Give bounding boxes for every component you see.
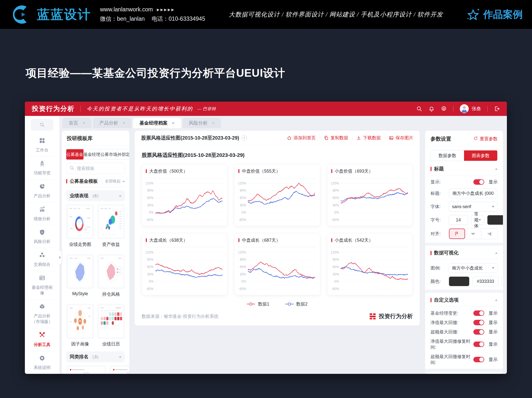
template-search-input[interactable]: 搜索模板 — [66, 163, 125, 174]
template-thumbnail-donut-thumb[interactable] — [66, 204, 94, 239]
sidebar-item-分析工具[interactable]: 分析工具 — [28, 328, 56, 351]
sidebar-item-功能导览[interactable]: 功能导览 — [28, 156, 56, 179]
toggle-label: 超额最大回撤修复时间: — [431, 354, 470, 365]
template-thumbnail-bubble-thumb[interactable] — [97, 204, 125, 239]
lanlan-logo-icon — [9, 4, 33, 25]
close-icon[interactable]: × — [172, 121, 175, 126]
sidebar-item-绩效分析[interactable]: 绩效分析 — [28, 202, 56, 225]
line-chart: 120%90%60%30%0%-60% — [330, 245, 410, 294]
chevron-down-icon — [492, 267, 494, 269]
color-hex-field[interactable]: #333333 — [472, 276, 499, 286]
close-icon[interactable]: × — [212, 121, 215, 126]
sidebar-item-产品分析（市场版）[interactable]: 产品分析（市场版） — [28, 299, 56, 328]
params-tab[interactable]: 数据参数 — [431, 150, 464, 161]
caret-up-icon[interactable] — [495, 168, 498, 170]
cases-label: 作品案例 — [483, 8, 523, 21]
template-group-header[interactable]: 业绩表现（6） — [66, 190, 125, 201]
bell-icon[interactable] — [429, 106, 434, 112]
download-icon — [356, 136, 361, 140]
align-left-button[interactable] — [449, 229, 465, 239]
collapse-handle[interactable] — [57, 250, 62, 265]
search-icon[interactable] — [416, 106, 422, 112]
reset-params-button[interactable]: 重置参数 — [473, 136, 498, 142]
caret-up-icon[interactable] — [495, 299, 498, 301]
logout-icon[interactable] — [494, 106, 500, 112]
chart-title-input[interactable] — [452, 191, 494, 196]
library-tab[interactable]: 基金经理 — [83, 149, 100, 160]
library-tab[interactable]: 公募基金 — [66, 149, 83, 160]
toggle-switch[interactable] — [473, 310, 484, 316]
svg-text:120%: 120% — [331, 181, 339, 185]
align-right-button[interactable] — [481, 229, 497, 239]
line-color-swatch[interactable] — [449, 276, 469, 286]
action-image-icon[interactable]: 保存图片 — [389, 135, 413, 141]
user-menu[interactable]: 张叁 — [460, 104, 481, 113]
legend-select[interactable]: 南方中小盘成长 — [449, 263, 498, 273]
show-label: 显示: — [431, 179, 470, 185]
toggle-state: 显示 — [487, 320, 498, 326]
chart-title-field[interactable] — [449, 188, 498, 198]
help-icon[interactable]: ? — [242, 135, 247, 141]
template-thumbnail-radar-red-thumb[interactable] — [97, 254, 125, 289]
toggle-switch[interactable] — [473, 320, 484, 325]
nav-tab[interactable]: 基金经理档案× — [133, 118, 181, 128]
nav-tab[interactable]: 风险分析× — [183, 118, 221, 128]
stroke-width-field[interactable]: 1.5px — [501, 276, 503, 286]
template-label: MyStyle — [66, 291, 94, 296]
template-thumbnail-radar-blue-thumb[interactable] — [66, 254, 94, 289]
library-tab[interactable]: 公募市场 — [100, 149, 117, 160]
site-url[interactable]: www.lanlanwork.com — [100, 6, 153, 13]
action-home-icon[interactable]: 添加到首页 — [287, 135, 316, 141]
action-copy-icon[interactable]: 复制数据 — [324, 135, 348, 141]
toggle-switch[interactable] — [473, 329, 484, 335]
chart-panel-title: 中盘成长（687天） — [238, 237, 317, 243]
library-title: 投研模板库 — [62, 131, 129, 145]
template-thumbnail-factor-thumb[interactable] — [66, 304, 94, 339]
sidebar-item-产品分析[interactable]: 产品分析 — [28, 179, 56, 202]
collapse-all-button[interactable]: 全部收起 — [105, 179, 125, 184]
caret-up-icon — [122, 181, 125, 182]
nav-tab[interactable]: 首页× — [62, 118, 92, 128]
title-color-swatch[interactable] — [487, 215, 503, 225]
sidebar-item-基金经理画像[interactable]: 基金经理画像 — [28, 271, 56, 299]
site-logo[interactable]: 蓝蓝设计 — [9, 4, 91, 25]
settings-icon[interactable] — [441, 106, 447, 112]
app-title: 投资行为分析 — [32, 104, 75, 113]
action-download-icon[interactable]: 下载数据 — [356, 135, 381, 141]
chart-panel-title-text: 小盘价值（693天） — [335, 168, 373, 174]
close-icon[interactable]: × — [83, 121, 85, 126]
sidebar-item-系统说明[interactable]: 系统说明 — [28, 351, 56, 374]
nav-tab[interactable]: 产品分析× — [93, 118, 132, 128]
svg-text:60%: 60% — [332, 265, 339, 269]
library-tab[interactable]: 外部定制 — [117, 149, 129, 160]
sidebar-item-交易组合[interactable]: 交易组合 — [28, 248, 56, 271]
legend-label: 数据1 — [258, 301, 269, 307]
sidebar-item-风险分析[interactable]: 风险分析 — [28, 225, 56, 248]
chevron-left-icon — [59, 256, 60, 259]
template-thumbnail-table-thumb[interactable] — [66, 365, 106, 374]
template-thumbnail-table-thumb[interactable] — [109, 365, 129, 374]
align-center-button[interactable] — [465, 229, 481, 239]
caret-up-icon[interactable] — [495, 252, 498, 254]
template-thumbnail-calendar-thumb[interactable] — [97, 304, 125, 339]
font-weight-select[interactable]: 常规体 — [471, 215, 484, 225]
avatar — [460, 104, 469, 113]
sidebar-item-工作台[interactable]: 工作台 — [28, 134, 56, 156]
template-group-header[interactable]: 同类排名（3） — [66, 351, 125, 362]
chart-panel: 小盘成长（542天）120%90%60%30%0%-60% — [327, 233, 413, 295]
toggle-switch[interactable] — [473, 342, 484, 347]
params-tab[interactable]: 图表参数 — [464, 150, 497, 161]
svg-text:-60%: -60% — [239, 218, 246, 222]
close-icon[interactable]: × — [123, 121, 125, 126]
sidebar-item-label: 风险分析 — [34, 239, 50, 245]
portfolio-cases-link[interactable]: 作品案例 — [466, 8, 523, 21]
title-show-toggle[interactable] — [473, 179, 484, 185]
svg-text:-60%: -60% — [146, 287, 153, 291]
svg-text:0%: 0% — [149, 211, 153, 215]
font-select[interactable]: sans-serif — [449, 202, 498, 212]
toggle-label: 基金经理变更: — [431, 310, 470, 316]
chart-panel-title: 大盘成长（638天） — [146, 237, 224, 243]
toggle-switch[interactable] — [473, 357, 484, 362]
sidebar-search[interactable] — [31, 119, 53, 131]
font-size-field[interactable]: 14 — [449, 215, 468, 225]
